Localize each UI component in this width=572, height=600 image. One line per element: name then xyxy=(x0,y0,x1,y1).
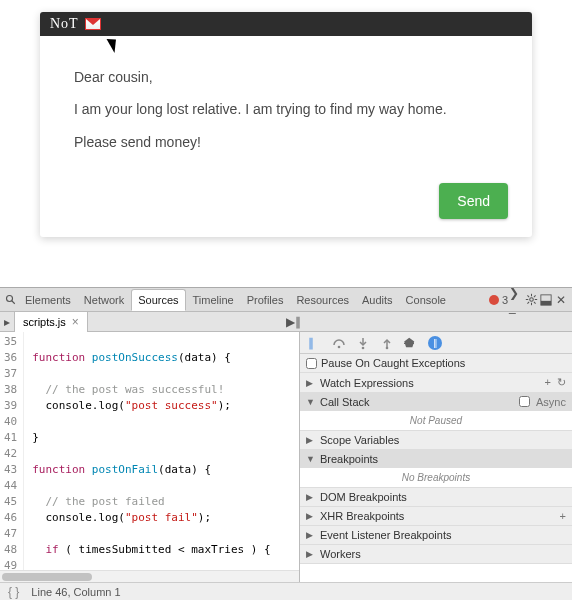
async-label: Async xyxy=(536,396,566,408)
event-breakpoints-panel[interactable]: ▶Event Listener Breakpoints xyxy=(300,526,572,545)
workers-panel[interactable]: ▶Workers xyxy=(300,545,572,564)
add-icon[interactable]: + xyxy=(560,510,566,522)
disclosure-triangle-icon: ▶ xyxy=(306,378,316,388)
devtools-panel: Elements Network Sources Timeline Profil… xyxy=(0,287,572,600)
panel-label: Watch Expressions xyxy=(320,377,414,389)
debugger-side-panel: ∥ ⬟ ∥ Pause On Caught Exceptions ▶Watch … xyxy=(300,332,572,582)
drawer-toggle-icon[interactable]: ❯_ xyxy=(509,293,523,307)
dock-icon[interactable] xyxy=(539,293,553,307)
devtools-tabbar: Elements Network Sources Timeline Profil… xyxy=(0,288,572,312)
svg-line-9 xyxy=(527,302,529,304)
refresh-icon[interactable]: ↻ xyxy=(557,376,566,389)
svg-line-8 xyxy=(533,302,535,304)
panel-label: Call Stack xyxy=(320,396,370,408)
pause-icon[interactable]: ∥ xyxy=(308,336,322,350)
run-snippet-icon[interactable]: ▶∥ xyxy=(286,315,300,329)
svg-line-1 xyxy=(12,300,15,303)
disclosure-triangle-icon: ▶ xyxy=(306,511,316,521)
svg-point-17 xyxy=(386,346,389,349)
brand-text: NoT xyxy=(50,16,79,32)
panel-label: Workers xyxy=(320,548,361,560)
disclosure-triangle-icon: ▼ xyxy=(306,397,316,407)
gear-icon[interactable] xyxy=(524,293,538,307)
page-upper: NoT Dear cousin, I am your long lost rel… xyxy=(0,0,572,259)
disclosure-triangle-icon: ▶ xyxy=(306,530,316,540)
svg-point-15 xyxy=(362,346,365,349)
xhr-breakpoints-panel[interactable]: ▶XHR Breakpoints+ xyxy=(300,507,572,526)
tab-console[interactable]: Console xyxy=(400,290,452,310)
async-checkbox[interactable] xyxy=(519,396,530,407)
svg-line-7 xyxy=(527,295,529,297)
gmail-icon xyxy=(85,18,101,30)
tab-network[interactable]: Network xyxy=(78,290,130,310)
disclosure-triangle-icon: ▶ xyxy=(306,492,316,502)
file-tab[interactable]: scripts.js × xyxy=(14,312,88,332)
tab-audits[interactable]: Audits xyxy=(356,290,399,310)
cursor-position: Line 46, Column 1 xyxy=(31,586,120,598)
debugger-toolbar: ∥ ⬟ ∥ xyxy=(300,332,572,354)
error-count[interactable]: 3 xyxy=(489,294,508,306)
callstack-panel[interactable]: ▼Call StackAsync Not Paused xyxy=(300,393,572,431)
disclosure-triangle-icon: ▼ xyxy=(306,454,316,464)
file-tab-label: scripts.js xyxy=(23,316,66,328)
scroll-thumb[interactable] xyxy=(2,573,92,581)
app-title-bar: NoT xyxy=(40,12,532,36)
breakpoints-status: No Breakpoints xyxy=(300,468,572,487)
step-into-icon[interactable] xyxy=(356,336,370,350)
tab-profiles[interactable]: Profiles xyxy=(241,290,290,310)
callstack-status: Not Paused xyxy=(300,411,572,430)
panel-label: Scope Variables xyxy=(320,434,399,446)
email-line: I am your long lost relative. I am tryin… xyxy=(74,98,498,120)
svg-point-2 xyxy=(529,298,533,302)
pause-caught-checkbox[interactable] xyxy=(306,358,317,369)
file-tabbar: ▸ scripts.js × ▶∥ xyxy=(0,312,572,332)
email-line: Please send money! xyxy=(74,131,498,153)
panel-label: XHR Breakpoints xyxy=(320,510,404,522)
scope-panel[interactable]: ▶Scope Variables xyxy=(300,431,572,450)
email-app-window: NoT Dear cousin, I am your long lost rel… xyxy=(40,12,532,237)
error-count-number: 3 xyxy=(502,294,508,306)
status-bar: { } Line 46, Column 1 xyxy=(0,582,572,600)
tab-resources[interactable]: Resources xyxy=(290,290,355,310)
panel-label: Breakpoints xyxy=(320,453,378,465)
breakpoints-panel[interactable]: ▼Breakpoints No Breakpoints xyxy=(300,450,572,488)
tab-sources[interactable]: Sources xyxy=(131,289,185,311)
code-editor[interactable]: 3536373839404142434445464748495051525354… xyxy=(0,332,300,582)
step-out-icon[interactable] xyxy=(380,336,394,350)
navigator-toggle-icon[interactable]: ▸ xyxy=(0,313,14,331)
email-line: Dear cousin, xyxy=(74,66,498,88)
close-icon[interactable]: ✕ xyxy=(554,293,568,307)
step-over-icon[interactable] xyxy=(332,336,346,350)
pretty-print-icon[interactable]: { } xyxy=(8,585,19,599)
tab-timeline[interactable]: Timeline xyxy=(187,290,240,310)
pause-exceptions-icon[interactable]: ∥ xyxy=(428,336,442,350)
line-gutter: 3536373839404142434445464748495051525354… xyxy=(0,332,24,570)
disclosure-triangle-icon: ▶ xyxy=(306,549,316,559)
file-close-icon[interactable]: × xyxy=(72,315,79,329)
code-lines[interactable]: function postOnSuccess(data) { // the po… xyxy=(24,332,285,570)
email-body: Dear cousin, I am your long lost relativ… xyxy=(40,36,532,183)
panel-label: DOM Breakpoints xyxy=(320,491,407,503)
deactivate-breakpoints-icon[interactable]: ⬟ xyxy=(404,336,418,350)
send-button[interactable]: Send xyxy=(439,183,508,219)
tab-elements[interactable]: Elements xyxy=(19,290,77,310)
svg-point-0 xyxy=(7,295,13,301)
watch-panel[interactable]: ▶Watch Expressions+↻ xyxy=(300,373,572,393)
pause-caught-label: Pause On Caught Exceptions xyxy=(321,357,465,369)
search-icon[interactable] xyxy=(4,293,18,307)
send-row: Send xyxy=(40,183,532,237)
devtools-main: 3536373839404142434445464748495051525354… xyxy=(0,332,572,582)
dom-breakpoints-panel[interactable]: ▶DOM Breakpoints xyxy=(300,488,572,507)
error-dot-icon xyxy=(489,295,499,305)
pause-caught-row: Pause On Caught Exceptions xyxy=(300,354,572,373)
disclosure-triangle-icon: ▶ xyxy=(306,435,316,445)
svg-point-13 xyxy=(338,345,341,348)
svg-rect-12 xyxy=(541,300,551,304)
code-body: 3536373839404142434445464748495051525354… xyxy=(0,332,299,570)
svg-line-10 xyxy=(533,295,535,297)
panel-label: Event Listener Breakpoints xyxy=(320,529,451,541)
horizontal-scrollbar[interactable] xyxy=(0,570,299,582)
add-icon[interactable]: + xyxy=(545,376,551,389)
